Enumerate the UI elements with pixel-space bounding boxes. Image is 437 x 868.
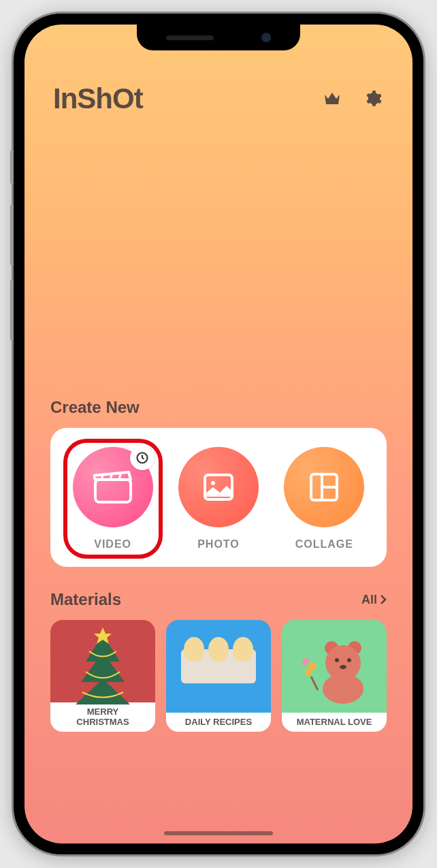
svg-point-20: [302, 658, 309, 665]
header-actions: [321, 88, 384, 110]
svg-point-6: [211, 481, 215, 485]
collage-label: COLLAGE: [295, 538, 353, 551]
material-love[interactable]: MATERNAL LOVE: [282, 620, 387, 732]
clock-icon: [135, 451, 149, 465]
love-label: MATERNAL LOVE: [282, 713, 387, 732]
recipes-image: [166, 620, 271, 713]
front-camera: [261, 33, 271, 42]
svg-line-22: [311, 677, 318, 690]
image-icon: [201, 469, 236, 505]
materials-row: MERRY CHRISTMAS DAILY RECIPES: [50, 620, 387, 732]
notch: [137, 25, 300, 50]
create-new-title: Create New: [50, 398, 387, 417]
home-indicator[interactable]: [164, 831, 273, 835]
svg-rect-0: [95, 480, 131, 502]
recipes-label: DAILY RECIPES: [166, 713, 271, 732]
app-logo: InShOt: [53, 82, 143, 115]
create-new-section: Create New: [25, 398, 412, 567]
love-image: [282, 620, 387, 713]
crown-icon[interactable]: [321, 88, 343, 110]
material-christmas[interactable]: MERRY CHRISTMAS: [50, 620, 155, 732]
collage-circle: [284, 447, 364, 527]
create-collage-button[interactable]: COLLAGE: [278, 443, 370, 555]
svg-point-18: [340, 665, 346, 669]
svg-point-15: [323, 674, 363, 704]
gear-icon[interactable]: [362, 88, 384, 110]
layout-icon: [307, 470, 341, 504]
photo-label: PHOTO: [197, 538, 240, 551]
materials-title: Materials: [50, 590, 121, 609]
video-label: VIDEO: [94, 538, 131, 551]
phone-frame: InShOt Create New: [14, 14, 423, 854]
materials-header: Materials All: [50, 590, 387, 609]
svg-point-21: [305, 669, 312, 676]
christmas-tree-icon: [69, 624, 137, 706]
svg-point-16: [335, 658, 339, 662]
photo-circle: [178, 447, 259, 527]
create-video-button[interactable]: VIDEO: [67, 443, 159, 555]
video-circle: [73, 447, 153, 527]
material-recipes[interactable]: DAILY RECIPES: [166, 620, 271, 732]
christmas-label: MERRY CHRISTMAS: [50, 702, 155, 732]
clapper-icon: [93, 470, 133, 504]
svg-marker-10: [76, 634, 130, 704]
all-label: All: [361, 593, 377, 607]
clock-badge: [130, 446, 155, 470]
svg-point-19: [308, 662, 317, 670]
screen: InShOt Create New: [25, 25, 412, 843]
materials-all-link[interactable]: All: [361, 593, 387, 607]
speaker: [166, 35, 214, 40]
materials-section: Materials All: [25, 590, 412, 732]
christmas-image: [50, 620, 155, 702]
eggs-icon: [181, 649, 256, 683]
svg-point-17: [347, 658, 351, 662]
bear-icon: [299, 629, 381, 704]
create-photo-button[interactable]: PHOTO: [173, 443, 264, 555]
chevron-right-icon: [380, 594, 387, 605]
create-new-card: VIDEO PHOTO: [50, 428, 387, 567]
